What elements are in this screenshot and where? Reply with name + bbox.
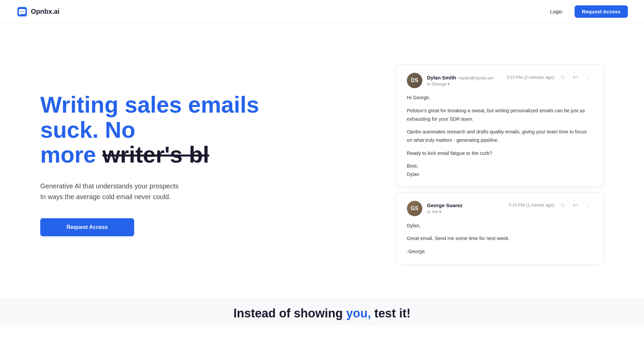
navbar: Opnbx.ai Login Request Access xyxy=(0,0,644,23)
email-cards: DS Dylan Smith <dylan@opnbx.ai> to Georg… xyxy=(396,64,604,264)
avatar-dylan: DS xyxy=(407,73,422,88)
bottom-section-text: Instead of showing you, test it! xyxy=(0,306,644,320)
bottom-section: Instead of showing you, test it! xyxy=(0,298,644,325)
star-icon-2: ☆ xyxy=(560,201,566,209)
sender-info-george: George Suarez to me ▾ xyxy=(427,202,463,214)
svg-point-4 xyxy=(23,11,24,12)
star-button-1[interactable]: ☆ xyxy=(559,73,567,81)
chevron-down-icon-2: ▾ xyxy=(439,209,441,214)
sender-to-dylan: to George ▾ xyxy=(427,81,494,86)
logo-icon xyxy=(16,6,28,18)
reply-button-1[interactable]: ↩ xyxy=(572,73,579,81)
email-card-1-meta: 3:23 PM (2 minutes ago) ☆ ↩ ⋮ xyxy=(506,73,593,81)
nav-actions: Login Request Access xyxy=(546,5,628,18)
hero-request-access-button[interactable]: Request Access xyxy=(40,218,134,236)
strikethrough-text: writer's bl xyxy=(102,142,209,167)
bottom-highlight: you, xyxy=(346,306,371,320)
more-button-2[interactable]: ⋮ xyxy=(584,201,593,209)
logo-area: Opnbx.ai xyxy=(16,6,60,18)
email-body-2: Dylan, Great email. Send me some time fo… xyxy=(407,222,593,256)
chevron-down-icon: ▾ xyxy=(447,81,450,86)
svg-point-2 xyxy=(20,11,21,12)
email-card-2: GS George Suarez to me ▾ 3:24 PM (1 minu… xyxy=(396,192,604,264)
email-card-2-header: GS George Suarez to me ▾ 3:24 PM (1 minu… xyxy=(407,201,593,216)
email-time-1: 3:23 PM (2 minutes ago) xyxy=(506,75,554,80)
logo-text: Opnbx.ai xyxy=(31,8,60,15)
more-icon-1: ⋮ xyxy=(585,73,591,81)
hero-left: Writing sales emails suck. Nomore writer… xyxy=(40,92,268,236)
email-card-1-sender: DS Dylan Smith <dylan@opnbx.ai> to Georg… xyxy=(407,73,494,88)
email-card-1: DS Dylan Smith <dylan@opnbx.ai> to Georg… xyxy=(396,64,604,187)
reply-icon-2: ↩ xyxy=(573,201,578,209)
email-card-2-meta: 3:24 PM (1 minute ago) ☆ ↩ ⋮ xyxy=(508,201,593,209)
more-icon-2: ⋮ xyxy=(585,201,591,209)
login-button[interactable]: Login xyxy=(546,6,567,17)
email-time-2: 3:24 PM (1 minute ago) xyxy=(508,202,554,207)
sender-name-george: George Suarez xyxy=(427,202,463,208)
nav-request-access-button[interactable]: Request Access xyxy=(575,5,628,18)
reply-icon-1: ↩ xyxy=(573,73,578,81)
star-button-2[interactable]: ☆ xyxy=(559,201,567,209)
reply-button-2[interactable]: ↩ xyxy=(572,201,579,209)
avatar-george: GS xyxy=(407,201,422,216)
sender-to-george: to me ▾ xyxy=(427,209,463,214)
hero-subtext: Generative AI that understands your pros… xyxy=(40,181,268,202)
more-button-1[interactable]: ⋮ xyxy=(584,73,593,81)
email-card-2-sender: GS George Suarez to me ▾ xyxy=(407,201,463,216)
main-content: Writing sales emails suck. Nomore writer… xyxy=(0,23,644,298)
sender-name-dylan: Dylan Smith <dylan@opnbx.ai> xyxy=(427,75,494,81)
svg-point-3 xyxy=(22,11,23,12)
star-icon-1: ☆ xyxy=(560,73,566,81)
sender-info-dylan: Dylan Smith <dylan@opnbx.ai> to George ▾ xyxy=(427,75,494,86)
email-body-1: Hi George, Peloton's great for breaking … xyxy=(407,94,593,178)
email-card-1-header: DS Dylan Smith <dylan@opnbx.ai> to Georg… xyxy=(407,73,593,88)
hero-headline: Writing sales emails suck. Nomore writer… xyxy=(40,92,268,167)
